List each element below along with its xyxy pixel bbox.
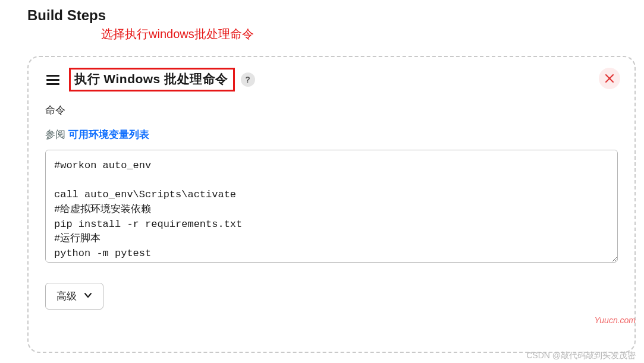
step-title-highlight: 执行 Windows 批处理命令 bbox=[69, 68, 235, 91]
advanced-button[interactable]: 高级 bbox=[45, 283, 103, 310]
close-button[interactable] bbox=[599, 68, 620, 89]
step-title: 执行 Windows 批处理命令 bbox=[74, 71, 228, 87]
watermark-site: Yuucn.com bbox=[594, 315, 636, 325]
hint-row: 参阅 可用环境变量列表 bbox=[45, 128, 618, 141]
annotation-text: 选择执行windows批处理命令 bbox=[101, 26, 254, 42]
advanced-label: 高级 bbox=[56, 289, 77, 303]
watermark-credit: CSDN @敲代码敲到头发茂密 bbox=[526, 351, 636, 361]
chevron-down-icon bbox=[84, 291, 92, 302]
command-label: 命令 bbox=[45, 103, 618, 117]
help-button[interactable]: ? bbox=[241, 72, 255, 87]
command-textarea[interactable] bbox=[45, 150, 618, 263]
close-icon bbox=[605, 74, 614, 83]
build-step-panel: 执行 Windows 批处理命令 ? 命令 参阅 可用环境变量列表 高级 bbox=[27, 56, 636, 353]
panel-header: 执行 Windows 批处理命令 ? bbox=[45, 68, 618, 91]
hint-prefix: 参阅 bbox=[45, 129, 68, 140]
env-vars-link[interactable]: 可用环境变量列表 bbox=[68, 129, 149, 140]
page-title: Build Steps bbox=[0, 0, 644, 29]
drag-handle-icon[interactable] bbox=[45, 71, 61, 89]
